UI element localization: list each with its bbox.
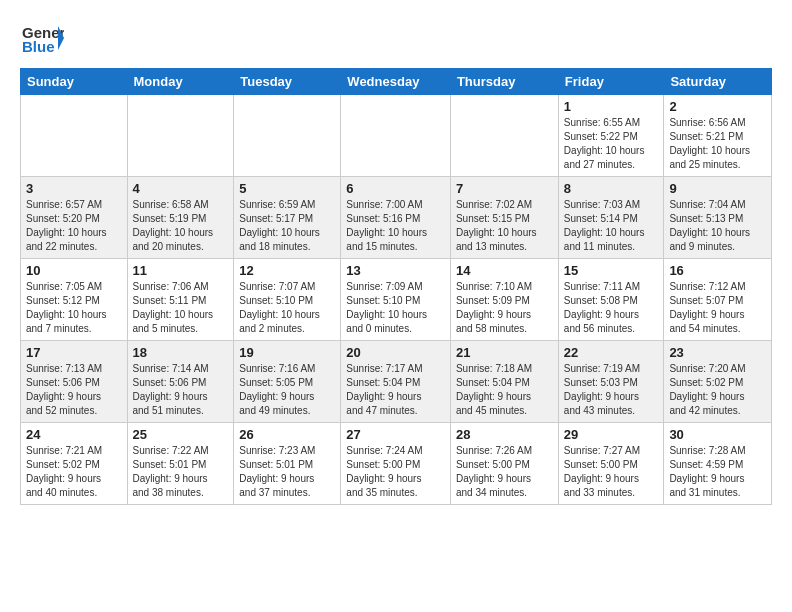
day-number: 7: [456, 181, 553, 196]
week-row-1: 1Sunrise: 6:55 AM Sunset: 5:22 PM Daylig…: [21, 95, 772, 177]
calendar-cell: 10Sunrise: 7:05 AM Sunset: 5:12 PM Dayli…: [21, 259, 128, 341]
day-number: 20: [346, 345, 445, 360]
day-number: 24: [26, 427, 122, 442]
calendar-cell: 24Sunrise: 7:21 AM Sunset: 5:02 PM Dayli…: [21, 423, 128, 505]
day-number: 6: [346, 181, 445, 196]
day-info: Sunrise: 7:04 AM Sunset: 5:13 PM Dayligh…: [669, 198, 766, 254]
logo: General Blue: [20, 16, 64, 60]
day-info: Sunrise: 7:07 AM Sunset: 5:10 PM Dayligh…: [239, 280, 335, 336]
calendar-table: SundayMondayTuesdayWednesdayThursdayFrid…: [20, 68, 772, 505]
day-number: 2: [669, 99, 766, 114]
weekday-saturday: Saturday: [664, 69, 772, 95]
weekday-sunday: Sunday: [21, 69, 128, 95]
day-number: 22: [564, 345, 659, 360]
calendar-cell: 30Sunrise: 7:28 AM Sunset: 4:59 PM Dayli…: [664, 423, 772, 505]
day-info: Sunrise: 7:09 AM Sunset: 5:10 PM Dayligh…: [346, 280, 445, 336]
day-number: 21: [456, 345, 553, 360]
day-number: 13: [346, 263, 445, 278]
day-number: 5: [239, 181, 335, 196]
day-number: 10: [26, 263, 122, 278]
calendar-cell: 20Sunrise: 7:17 AM Sunset: 5:04 PM Dayli…: [341, 341, 451, 423]
day-info: Sunrise: 7:22 AM Sunset: 5:01 PM Dayligh…: [133, 444, 229, 500]
calendar-cell: 18Sunrise: 7:14 AM Sunset: 5:06 PM Dayli…: [127, 341, 234, 423]
day-number: 1: [564, 99, 659, 114]
week-row-5: 24Sunrise: 7:21 AM Sunset: 5:02 PM Dayli…: [21, 423, 772, 505]
day-info: Sunrise: 7:17 AM Sunset: 5:04 PM Dayligh…: [346, 362, 445, 418]
weekday-wednesday: Wednesday: [341, 69, 451, 95]
day-info: Sunrise: 7:26 AM Sunset: 5:00 PM Dayligh…: [456, 444, 553, 500]
calendar-cell: 4Sunrise: 6:58 AM Sunset: 5:19 PM Daylig…: [127, 177, 234, 259]
day-number: 29: [564, 427, 659, 442]
calendar-cell: [234, 95, 341, 177]
calendar-cell: 26Sunrise: 7:23 AM Sunset: 5:01 PM Dayli…: [234, 423, 341, 505]
day-info: Sunrise: 7:23 AM Sunset: 5:01 PM Dayligh…: [239, 444, 335, 500]
day-number: 12: [239, 263, 335, 278]
day-info: Sunrise: 7:14 AM Sunset: 5:06 PM Dayligh…: [133, 362, 229, 418]
logo-icon: General Blue: [20, 16, 64, 60]
day-number: 25: [133, 427, 229, 442]
calendar-cell: 19Sunrise: 7:16 AM Sunset: 5:05 PM Dayli…: [234, 341, 341, 423]
day-number: 23: [669, 345, 766, 360]
day-number: 16: [669, 263, 766, 278]
calendar-cell: [21, 95, 128, 177]
day-info: Sunrise: 6:58 AM Sunset: 5:19 PM Dayligh…: [133, 198, 229, 254]
day-number: 30: [669, 427, 766, 442]
day-info: Sunrise: 7:16 AM Sunset: 5:05 PM Dayligh…: [239, 362, 335, 418]
weekday-header-row: SundayMondayTuesdayWednesdayThursdayFrid…: [21, 69, 772, 95]
day-number: 9: [669, 181, 766, 196]
calendar-cell: 7Sunrise: 7:02 AM Sunset: 5:15 PM Daylig…: [450, 177, 558, 259]
calendar-cell: 6Sunrise: 7:00 AM Sunset: 5:16 PM Daylig…: [341, 177, 451, 259]
calendar-cell: 29Sunrise: 7:27 AM Sunset: 5:00 PM Dayli…: [558, 423, 664, 505]
day-number: 18: [133, 345, 229, 360]
svg-text:Blue: Blue: [22, 38, 55, 55]
calendar-cell: 25Sunrise: 7:22 AM Sunset: 5:01 PM Dayli…: [127, 423, 234, 505]
day-number: 28: [456, 427, 553, 442]
calendar-cell: 9Sunrise: 7:04 AM Sunset: 5:13 PM Daylig…: [664, 177, 772, 259]
day-info: Sunrise: 6:59 AM Sunset: 5:17 PM Dayligh…: [239, 198, 335, 254]
day-info: Sunrise: 6:57 AM Sunset: 5:20 PM Dayligh…: [26, 198, 122, 254]
day-info: Sunrise: 7:21 AM Sunset: 5:02 PM Dayligh…: [26, 444, 122, 500]
day-number: 4: [133, 181, 229, 196]
day-number: 14: [456, 263, 553, 278]
day-info: Sunrise: 7:24 AM Sunset: 5:00 PM Dayligh…: [346, 444, 445, 500]
weekday-monday: Monday: [127, 69, 234, 95]
day-number: 8: [564, 181, 659, 196]
day-info: Sunrise: 6:56 AM Sunset: 5:21 PM Dayligh…: [669, 116, 766, 172]
day-number: 15: [564, 263, 659, 278]
day-info: Sunrise: 6:55 AM Sunset: 5:22 PM Dayligh…: [564, 116, 659, 172]
calendar-cell: 16Sunrise: 7:12 AM Sunset: 5:07 PM Dayli…: [664, 259, 772, 341]
weekday-tuesday: Tuesday: [234, 69, 341, 95]
calendar-cell: 11Sunrise: 7:06 AM Sunset: 5:11 PM Dayli…: [127, 259, 234, 341]
calendar-cell: 1Sunrise: 6:55 AM Sunset: 5:22 PM Daylig…: [558, 95, 664, 177]
calendar-cell: 21Sunrise: 7:18 AM Sunset: 5:04 PM Dayli…: [450, 341, 558, 423]
day-number: 3: [26, 181, 122, 196]
day-number: 19: [239, 345, 335, 360]
day-info: Sunrise: 7:12 AM Sunset: 5:07 PM Dayligh…: [669, 280, 766, 336]
calendar-cell: 27Sunrise: 7:24 AM Sunset: 5:00 PM Dayli…: [341, 423, 451, 505]
calendar-cell: [341, 95, 451, 177]
page: General Blue SundayMondayTuesdayWednesda…: [0, 0, 792, 612]
calendar-cell: 12Sunrise: 7:07 AM Sunset: 5:10 PM Dayli…: [234, 259, 341, 341]
calendar-cell: 8Sunrise: 7:03 AM Sunset: 5:14 PM Daylig…: [558, 177, 664, 259]
calendar-cell: 28Sunrise: 7:26 AM Sunset: 5:00 PM Dayli…: [450, 423, 558, 505]
calendar-cell: 23Sunrise: 7:20 AM Sunset: 5:02 PM Dayli…: [664, 341, 772, 423]
day-info: Sunrise: 7:13 AM Sunset: 5:06 PM Dayligh…: [26, 362, 122, 418]
calendar-cell: 15Sunrise: 7:11 AM Sunset: 5:08 PM Dayli…: [558, 259, 664, 341]
day-info: Sunrise: 7:06 AM Sunset: 5:11 PM Dayligh…: [133, 280, 229, 336]
calendar-cell: 13Sunrise: 7:09 AM Sunset: 5:10 PM Dayli…: [341, 259, 451, 341]
calendar-cell: 2Sunrise: 6:56 AM Sunset: 5:21 PM Daylig…: [664, 95, 772, 177]
weekday-thursday: Thursday: [450, 69, 558, 95]
day-info: Sunrise: 7:11 AM Sunset: 5:08 PM Dayligh…: [564, 280, 659, 336]
week-row-4: 17Sunrise: 7:13 AM Sunset: 5:06 PM Dayli…: [21, 341, 772, 423]
calendar-cell: 22Sunrise: 7:19 AM Sunset: 5:03 PM Dayli…: [558, 341, 664, 423]
calendar-cell: 17Sunrise: 7:13 AM Sunset: 5:06 PM Dayli…: [21, 341, 128, 423]
day-number: 26: [239, 427, 335, 442]
day-info: Sunrise: 7:05 AM Sunset: 5:12 PM Dayligh…: [26, 280, 122, 336]
day-info: Sunrise: 7:10 AM Sunset: 5:09 PM Dayligh…: [456, 280, 553, 336]
day-info: Sunrise: 7:19 AM Sunset: 5:03 PM Dayligh…: [564, 362, 659, 418]
header: General Blue: [20, 16, 772, 60]
calendar-cell: [450, 95, 558, 177]
day-number: 27: [346, 427, 445, 442]
calendar-cell: 5Sunrise: 6:59 AM Sunset: 5:17 PM Daylig…: [234, 177, 341, 259]
week-row-2: 3Sunrise: 6:57 AM Sunset: 5:20 PM Daylig…: [21, 177, 772, 259]
